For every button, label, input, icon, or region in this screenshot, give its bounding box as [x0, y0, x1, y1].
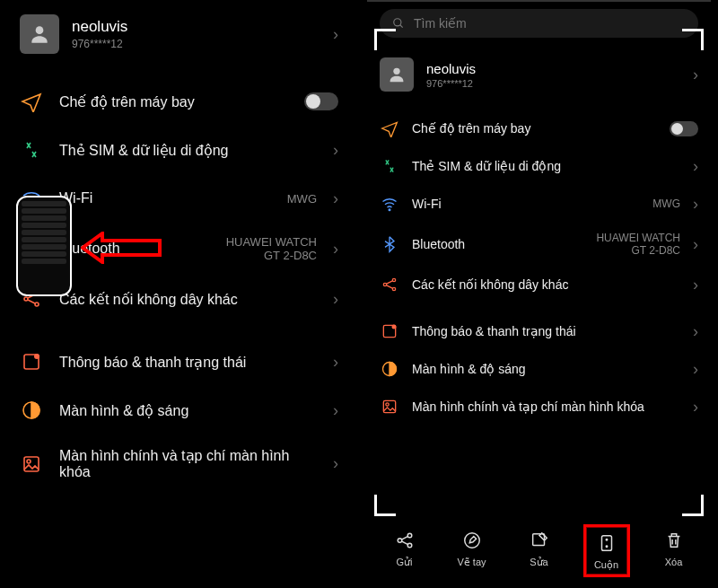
profile-text: neoluvis 976*****12 [426, 61, 680, 89]
setting-label: Thẻ SIM & dữ liệu di động [412, 159, 680, 173]
chevron-right-icon: › [333, 141, 338, 160]
setting-airplane[interactable]: Chế độ trên máy bay [7, 77, 351, 126]
home-icon [20, 452, 43, 476]
chevron-right-icon: › [333, 25, 338, 44]
left-screen: neoluvis 976*****12 › Chế độ trên máy ba… [7, 0, 351, 588]
setting-airplane[interactable]: Chế độ trên máy bay [367, 110, 711, 147]
tool-label: Gửi [397, 557, 413, 568]
svg-point-0 [36, 26, 44, 34]
profile-phone: 976*****12 [426, 78, 680, 89]
tool-edit[interactable]: Sửa [516, 524, 563, 577]
airplane-icon [20, 90, 43, 113]
bt-icon [380, 234, 399, 254]
svg-rect-27 [601, 536, 611, 551]
svg-point-13 [389, 209, 390, 211]
screenshot-toolbar: GửiVẽ taySửaCuộnXóa [367, 519, 711, 583]
display-icon [380, 359, 399, 379]
setting-notif[interactable]: Thông báo & thanh trạng thái› [367, 312, 711, 350]
svg-point-28 [606, 540, 607, 540]
svg-point-18 [392, 325, 397, 329]
crop-corner-tr[interactable] [682, 29, 704, 50]
draw-icon [460, 528, 485, 553]
edit-icon [527, 528, 552, 553]
setting-label: Màn hình & độ sáng [59, 402, 317, 419]
settings-list-2: Thông báo & thanh trạng thái›Màn hình & … [367, 312, 711, 426]
crop-corner-br[interactable] [682, 495, 704, 516]
setting-sim[interactable]: Thẻ SIM & dữ liệu di động› [367, 147, 711, 185]
setting-label: Thông báo & thanh trạng thái [59, 354, 317, 371]
other-icon [380, 275, 399, 294]
crop-corner-bl[interactable] [374, 495, 396, 516]
svg-point-10 [394, 19, 401, 26]
search-icon [392, 17, 405, 30]
tool-label: Xóa [665, 557, 683, 567]
svg-point-14 [383, 283, 386, 285]
svg-point-29 [606, 546, 607, 547]
chevron-right-icon: › [693, 360, 698, 379]
avatar-icon [380, 57, 414, 92]
chevron-right-icon: › [333, 189, 338, 208]
setting-label: Bluetooth [59, 241, 193, 257]
setting-display[interactable]: Màn hình & độ sáng› [7, 386, 351, 434]
profile-name: neoluvis [72, 18, 320, 36]
setting-label: Các kết nối không dây khác [412, 277, 680, 292]
setting-label: Chế độ trên máy bay [412, 121, 657, 136]
setting-label: Wi-Fi [59, 190, 271, 206]
chevron-right-icon: › [693, 398, 698, 417]
wifi-icon [380, 194, 399, 214]
scroll-icon [594, 531, 619, 556]
profile-name: neoluvis [426, 61, 680, 76]
crop-corner-tl[interactable] [374, 29, 396, 50]
tool-delete[interactable]: Xóa [651, 524, 697, 577]
chevron-right-icon: › [333, 401, 338, 420]
setting-bt[interactable]: BluetoothHUAWEI WATCH GT 2-D8C› [367, 223, 711, 266]
profile-row[interactable]: neoluvis 976*****12 › [367, 48, 711, 101]
search-bar[interactable]: Tìm kiếm [380, 9, 698, 38]
share-icon [392, 528, 417, 553]
screenshot-thumbnail[interactable] [16, 196, 72, 296]
setting-wifi[interactable]: Wi-FiMWG› [367, 185, 711, 223]
chevron-right-icon: › [333, 353, 338, 372]
setting-label: Màn hình & độ sáng [412, 362, 680, 376]
setting-home[interactable]: Màn hình chính và tạp chí màn hình khóa› [7, 434, 351, 493]
svg-line-11 [400, 25, 403, 28]
setting-value: HUAWEI WATCH GT 2-D8C [209, 235, 317, 262]
tool-scroll[interactable]: Cuộn [583, 524, 630, 577]
chevron-right-icon: › [693, 322, 698, 341]
setting-value: MWG [652, 197, 680, 210]
chevron-right-icon: › [693, 195, 698, 214]
svg-point-15 [392, 278, 395, 281]
chevron-right-icon: › [333, 454, 338, 473]
setting-sim[interactable]: Thẻ SIM & dữ liệu di động› [7, 126, 351, 174]
profile-row[interactable]: neoluvis 976*****12 › [7, 5, 351, 63]
sim-icon [380, 156, 399, 176]
setting-value: MWG [287, 192, 317, 206]
setting-notif[interactable]: Thông báo & thanh trạng thái› [7, 338, 351, 386]
svg-point-9 [27, 460, 31, 463]
setting-other[interactable]: Các kết nối không dây khác› [367, 266, 711, 303]
sim-icon [20, 138, 43, 162]
chevron-right-icon: › [693, 66, 698, 84]
toggle-switch[interactable] [670, 121, 698, 136]
svg-rect-20 [383, 400, 395, 412]
notif-icon [380, 321, 399, 341]
toggle-switch[interactable] [304, 92, 338, 110]
svg-point-2 [24, 297, 28, 301]
svg-point-6 [34, 354, 39, 359]
tool-draw[interactable]: Vẽ tay [449, 524, 495, 577]
chevron-right-icon: › [693, 157, 698, 176]
tool-label: Cuộn [594, 559, 618, 571]
setting-home[interactable]: Màn hình chính và tạp chí màn hình khóa› [367, 388, 711, 426]
profile-phone: 976*****12 [72, 38, 320, 50]
tool-label: Sửa [530, 557, 547, 568]
svg-rect-8 [24, 457, 39, 471]
settings-list-2: Thông báo & thanh trạng thái›Màn hình & … [7, 338, 351, 493]
svg-point-16 [392, 287, 395, 290]
tool-share[interactable]: Gửi [381, 524, 428, 577]
chevron-right-icon: › [333, 240, 338, 259]
setting-display[interactable]: Màn hình & độ sáng› [367, 350, 711, 388]
avatar-icon [20, 14, 59, 54]
display-icon [20, 399, 43, 422]
profile-text: neoluvis 976*****12 [72, 18, 320, 50]
setting-label: Chế độ trên máy bay [59, 93, 288, 110]
